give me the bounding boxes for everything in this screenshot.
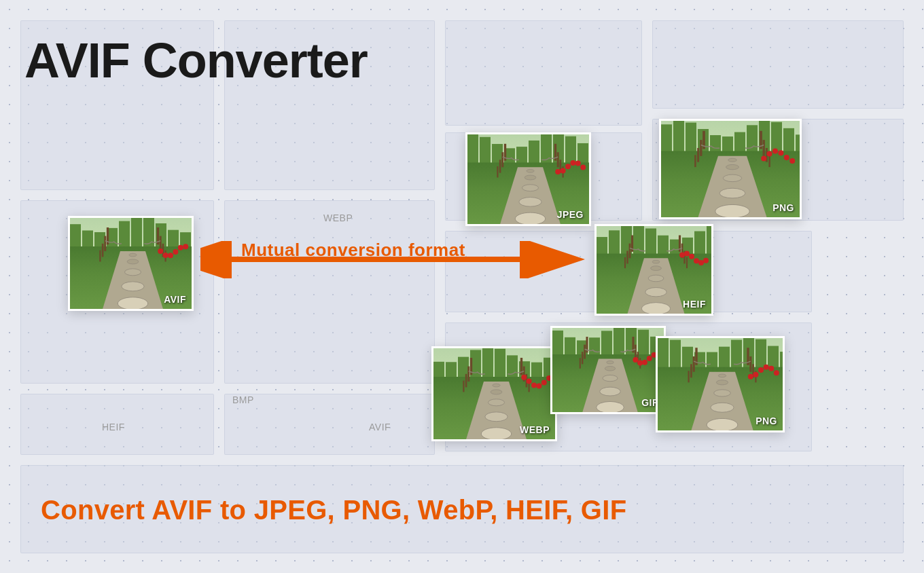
format-label-webp-top: WEBP xyxy=(323,212,353,223)
page-title: AVIF Converter xyxy=(24,33,368,88)
thumbnail-avif: AVIF xyxy=(68,216,194,311)
format-label-avif-bottom: AVIF xyxy=(369,422,391,432)
thumbnail-label-heif: HEIF xyxy=(683,299,706,310)
thumbnail-jpeg: JPEG xyxy=(465,132,591,226)
format-label-heif-bottom: HEIF xyxy=(102,422,125,432)
thumbnail-label-avif: AVIF xyxy=(164,294,186,305)
format-label-bmp: BMP xyxy=(232,394,254,405)
thumbnail-label-png-bottom: PNG xyxy=(756,415,777,426)
thumbnail-heif: HEIF xyxy=(594,224,713,316)
thumbnail-gif: GIF xyxy=(550,326,666,414)
thumbnail-png-top: PNG xyxy=(659,119,802,219)
arrow-text: Mutual conversion format xyxy=(241,240,465,261)
thumbnail-webp: WEBP xyxy=(431,346,557,441)
thumbnail-label-png-top: PNG xyxy=(772,202,794,213)
content-layer: AVIF Converter WEBP BMP HEIF AVIF AVIF J… xyxy=(0,0,924,573)
thumbnail-label-webp: WEBP xyxy=(520,424,550,435)
thumbnail-label-jpeg: JPEG xyxy=(557,209,584,220)
thumbnail-png-bottom: PNG xyxy=(656,336,785,432)
bottom-subtitle: Convert AVIF to JPEG, PNG, WebP, HEIF, G… xyxy=(41,495,626,525)
